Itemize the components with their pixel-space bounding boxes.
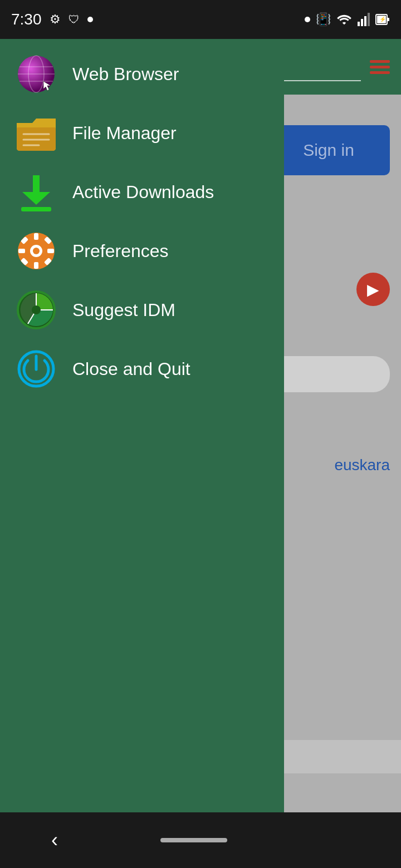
file-manager-label: File Manager — [72, 123, 177, 144]
nav-home-pill[interactable] — [160, 838, 227, 842]
active-downloads-label: Active Downloads — [72, 182, 214, 203]
idm-icon — [17, 290, 56, 329]
vibrate-icon: 📳 — [316, 12, 331, 27]
svg-rect-2 — [364, 16, 366, 26]
battery-icon: ⚡ — [375, 13, 390, 26]
status-right: 📳 ⚡ — [305, 12, 390, 27]
bg-arrow-icon: ▶ — [356, 273, 390, 306]
power-icon — [17, 349, 56, 388]
bg-search-box — [267, 356, 390, 392]
close-quit-label: Close and Quit — [72, 359, 190, 379]
svg-rect-3 — [368, 13, 370, 26]
bg-bottom-bar — [278, 740, 401, 773]
status-dot — [87, 17, 93, 22]
shield-icon: 🛡 — [69, 13, 80, 26]
settings-icon: ⚙ — [50, 12, 61, 27]
svg-rect-5 — [387, 18, 389, 21]
svg-text:⚡: ⚡ — [379, 16, 387, 23]
status-left: 7:30 ⚙ 🛡 — [11, 11, 93, 28]
drawer-item-web-browser[interactable]: Web Browser — [0, 45, 284, 103]
drawer-item-active-downloads[interactable]: Active Downloads — [0, 162, 284, 221]
drawer-item-file-manager[interactable]: File Manager — [0, 103, 284, 162]
drawer-item-suggest-idm[interactable]: Suggest IDM — [0, 280, 284, 339]
signal-dot — [305, 17, 310, 22]
svg-rect-22 — [21, 207, 51, 211]
svg-rect-28 — [18, 249, 25, 253]
folder-icon — [17, 114, 56, 152]
suggest-idm-label: Suggest IDM — [72, 300, 175, 320]
svg-rect-26 — [34, 233, 38, 240]
side-drawer: Web Browser File Manager — [0, 39, 284, 829]
sign-in-label: Sign in — [303, 141, 354, 160]
svg-rect-29 — [47, 249, 54, 253]
download-icon — [17, 172, 56, 211]
status-time: 7:30 — [11, 11, 42, 28]
preferences-label: Preferences — [72, 241, 169, 262]
svg-marker-21 — [22, 192, 50, 205]
svg-rect-16 — [17, 126, 56, 151]
status-bar: 7:30 ⚙ 🛡 📳 ⚡ — [0, 0, 401, 39]
globe-icon — [17, 55, 56, 93]
drawer-item-preferences[interactable]: Preferences — [0, 221, 284, 280]
svg-rect-0 — [358, 22, 360, 26]
gear-icon — [17, 231, 56, 270]
nav-bar: ‹ — [0, 812, 401, 868]
wifi-icon — [336, 13, 352, 26]
svg-point-38 — [32, 305, 41, 314]
svg-rect-20 — [33, 175, 40, 192]
euskara-link[interactable]: euskara — [334, 456, 390, 474]
drawer-item-close-quit[interactable]: Close and Quit — [0, 339, 284, 398]
web-browser-label: Web Browser — [72, 64, 179, 85]
menu-icon[interactable] — [370, 60, 390, 74]
svg-rect-1 — [361, 19, 363, 26]
svg-rect-27 — [34, 262, 38, 269]
nav-back-button[interactable]: ‹ — [51, 828, 58, 852]
signal-icon — [358, 13, 370, 26]
svg-point-25 — [33, 248, 40, 254]
sign-in-button[interactable]: Sign in — [267, 125, 390, 175]
drawer-items: Web Browser File Manager — [0, 39, 284, 404]
